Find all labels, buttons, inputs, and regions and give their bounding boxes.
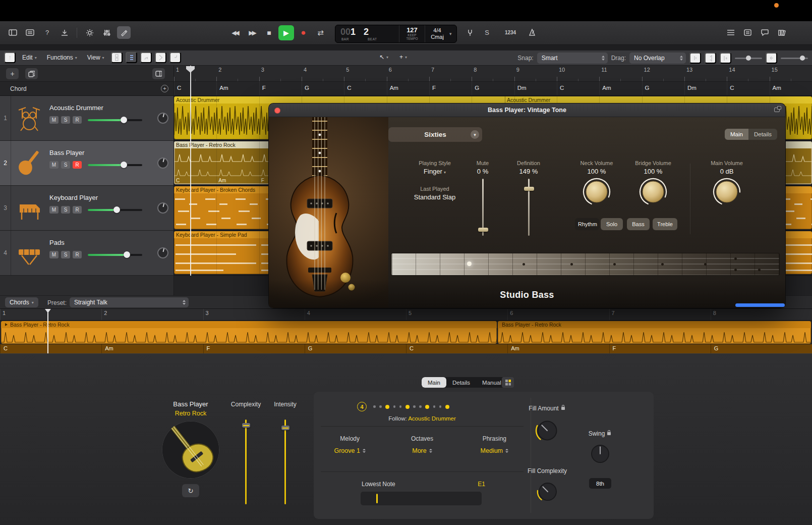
pattern-dot[interactable]	[419, 405, 422, 408]
volume-slider[interactable]	[88, 119, 142, 121]
pan-knob[interactable]	[157, 113, 168, 124]
ruler-bar-cell[interactable]: 15	[770, 66, 812, 81]
record-enable-button[interactable]: R	[73, 161, 82, 169]
plugin-tab-main[interactable]: Main	[725, 129, 748, 140]
ruler-bar-cell[interactable]: 1	[174, 66, 216, 81]
track-header[interactable]: 2 Bass Player M S R	[0, 141, 174, 186]
record-enable-button[interactable]: R	[73, 251, 82, 258]
ruler-bar-cell[interactable]: 4	[302, 66, 344, 81]
dim-icon[interactable]	[83, 26, 96, 39]
fill-amount-knob[interactable]	[535, 418, 560, 443]
intensity-slider[interactable]	[284, 419, 286, 504]
record-enable-button[interactable]: R	[73, 116, 82, 124]
note-pads-icon[interactable]	[741, 26, 755, 39]
track-header[interactable]: 3 Keyboard Player M	[0, 186, 174, 231]
zoom-arrows-icon[interactable]	[766, 52, 777, 64]
drag-select[interactable]: No Overlap	[629, 52, 686, 64]
import-icon[interactable]	[57, 26, 71, 39]
lock-icon[interactable]	[561, 407, 565, 410]
solo-mode-icon[interactable]: S	[480, 26, 494, 39]
track-name[interactable]: Acoustic Drummer	[49, 104, 152, 112]
pan-knob[interactable]	[157, 158, 168, 169]
volume-knob[interactable]	[121, 117, 127, 123]
chord-cell[interactable]: Am	[770, 82, 812, 95]
solo-pickup-button[interactable]: Solo	[601, 218, 623, 230]
fretboard-display[interactable]	[391, 253, 780, 276]
ruler-bar-cell[interactable]: 6	[387, 66, 429, 81]
record-button[interactable]: ●	[296, 25, 311, 40]
pattern-grid-icon[interactable]	[502, 377, 514, 388]
follow-row[interactable]: Follow: Acoustic Drummer	[314, 415, 531, 422]
ruler-bar-cell[interactable]: 14	[727, 66, 769, 81]
command-click-tool-menu[interactable]: +▾	[396, 52, 411, 62]
chord-cell[interactable]: G	[472, 82, 514, 95]
pattern-dot[interactable]	[399, 405, 402, 408]
neck-volume-knob[interactable]	[582, 177, 612, 207]
main-volume-knob[interactable]	[712, 177, 742, 207]
overview-bar-cell[interactable]: 5	[406, 309, 507, 320]
fill-complexity-knob[interactable]	[536, 480, 559, 503]
preset-select[interactable]: Straight Talk	[70, 297, 189, 307]
volume-slider[interactable]	[88, 254, 142, 256]
bar-ruler[interactable]: + 123456789101112131415	[0, 66, 812, 82]
solo-button[interactable]: S	[61, 116, 70, 124]
swing-knob[interactable]	[589, 442, 612, 465]
quick-help-icon[interactable]: ?	[40, 26, 54, 39]
bass-pickup-button[interactable]: Bass	[627, 218, 650, 230]
pattern-dot[interactable]	[393, 405, 396, 408]
chord-cell[interactable]: Am	[599, 82, 642, 95]
flex-icon[interactable]	[169, 52, 181, 63]
overview-playhead[interactable]	[47, 309, 48, 353]
pattern-dot[interactable]	[405, 405, 410, 409]
lcd-tempo-section[interactable]: 127 KEEP TEMPO	[399, 25, 425, 42]
lcd-key-section[interactable]: 4/4 Cmaj	[425, 25, 449, 42]
melody-value[interactable]: Groove 1	[334, 447, 360, 454]
chord-cell[interactable]: F	[429, 82, 472, 95]
grid-view-icon[interactable]	[111, 52, 123, 63]
bridge-volume-knob[interactable]	[638, 177, 668, 207]
pattern-dot[interactable]	[425, 405, 429, 409]
volume-knob[interactable]	[121, 162, 127, 168]
mixer-icon[interactable]	[100, 26, 113, 39]
chord-cell[interactable]: C	[557, 82, 599, 95]
ruler-bar-cell[interactable]: 10	[557, 66, 599, 81]
tab-main[interactable]: Main	[422, 377, 446, 388]
player-avatar[interactable]	[162, 421, 219, 479]
melody-param[interactable]: Melody Groove 1	[314, 435, 386, 455]
octaves-value[interactable]: More	[412, 447, 426, 454]
lock-icon[interactable]	[607, 432, 611, 435]
overview-bar-cell[interactable]: 6	[507, 309, 609, 320]
player-style[interactable]: Retro Rock	[153, 410, 228, 417]
ruler-bar-cell[interactable]: 12	[642, 66, 684, 81]
phrasing-value[interactable]: Medium	[481, 447, 503, 454]
metronome-icon[interactable]	[525, 26, 539, 39]
waveform-zoom-icon[interactable]	[689, 52, 701, 64]
chord-cell[interactable]: Am	[387, 82, 429, 95]
mute-button[interactable]: M	[49, 161, 59, 169]
record-enable-button[interactable]: R	[73, 206, 82, 214]
duplicate-track-button[interactable]	[25, 68, 38, 79]
add-chord-icon[interactable]: +	[161, 85, 168, 92]
pattern-dot[interactable]	[439, 405, 442, 408]
playhead[interactable]	[190, 66, 191, 276]
overview-region-2[interactable]: Bass Player - Retro Rock	[498, 321, 811, 344]
track-name[interactable]: Pads	[49, 239, 152, 246]
stop-button[interactable]: ■	[261, 25, 277, 40]
chord-track-lane[interactable]: CAmFGCAmFGDmCAmGDmCAm	[174, 82, 812, 95]
list-editors-icon[interactable]	[724, 26, 737, 39]
horizontal-zoom-icon[interactable]	[720, 52, 731, 64]
overview-playhead-marker[interactable]	[45, 309, 51, 313]
swing-grid-button[interactable]: 8th	[589, 478, 611, 489]
tuner-icon[interactable]	[463, 26, 477, 39]
ruler-bar-cell[interactable]: 2	[216, 66, 259, 81]
treble-pickup-button[interactable]: Treble	[653, 218, 677, 230]
lcd-display[interactable]: 0012 BAR BEAT 127 KEEP TEMPO 4/4 Cmaj ▾	[335, 25, 457, 43]
ruler-bar-cell[interactable]: 11	[599, 66, 642, 81]
functions-menu[interactable]: Functions▾	[43, 52, 81, 63]
chord-cell[interactable]: C	[174, 82, 216, 95]
track-header[interactable]: 1 Acoustic Drummer M S R	[0, 96, 174, 141]
mute-slider[interactable]	[482, 179, 484, 236]
chevron-down-icon[interactable]: ▾	[471, 130, 479, 139]
ruler-bar-cell[interactable]: 13	[684, 66, 727, 81]
complexity-slider[interactable]	[245, 419, 247, 504]
